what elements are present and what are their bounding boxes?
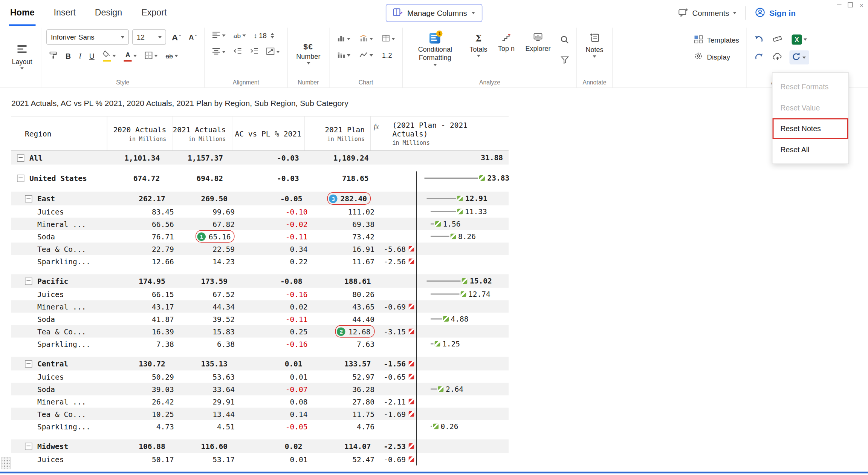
cell-c2021[interactable]: 67.52 — [180, 288, 240, 300]
cell-c2021[interactable]: 39.52 — [180, 313, 240, 325]
search-button[interactable] — [558, 34, 572, 48]
decrease-font-button[interactable]: Aˇ — [186, 31, 199, 43]
cell-acpl[interactable]: -0.16 — [240, 288, 313, 300]
cell-region[interactable]: Mineral ... — [11, 395, 114, 408]
cell-plan[interactable]: 718.65 — [305, 172, 374, 185]
cell-variance[interactable]: 12.91 — [376, 192, 509, 205]
decimal-places-button[interactable]: 1.2 — [380, 50, 397, 61]
column-header-ac-vs-pl[interactable]: AC vs PL % 2021 — [232, 116, 305, 150]
format-painter-button[interactable] — [46, 49, 60, 63]
cell-region[interactable]: Soda — [11, 230, 114, 243]
cell-plan[interactable]: 133.57 — [308, 357, 377, 371]
column-header-region[interactable]: Region — [11, 116, 107, 150]
cell-region[interactable]: Sparkling... — [11, 255, 114, 268]
cell-acpl[interactable]: -0.05 — [233, 192, 308, 205]
cell-c2021[interactable]: 67.82 — [180, 218, 240, 230]
cell-plan[interactable]: 7.63 — [313, 338, 380, 350]
drag-handle[interactable] — [1, 457, 11, 469]
table-row[interactable]: Central130.72135.130.01133.57-1.56 — [11, 357, 509, 371]
cell-plan[interactable]: 3282.40 — [308, 192, 377, 205]
table-row[interactable]: Juices50.1753.170.0152.47-0.69 — [11, 453, 509, 466]
notes-button[interactable]: Notes — [582, 29, 607, 59]
cell-c2020[interactable]: 262.17 — [104, 192, 171, 205]
sparkline-button[interactable] — [357, 49, 375, 61]
cell-region[interactable]: Juices — [11, 453, 114, 466]
cell-c2021[interactable]: 13.44 — [180, 408, 240, 420]
cell-acpl[interactable]: 0.14 — [240, 408, 313, 420]
top-n-button[interactable]: Top n — [495, 32, 518, 54]
cell-c2020[interactable]: 26.42 — [114, 395, 180, 408]
cell-c2020[interactable]: 1,101.34 — [97, 151, 165, 165]
cell-region[interactable]: Mineral ... — [11, 218, 114, 230]
cell-c2020[interactable]: 4.73 — [114, 420, 180, 433]
table-row[interactable]: Midwest106.88116.600.02114.07-2.53 — [11, 440, 509, 453]
cell-c2021[interactable]: 116.60 — [171, 440, 233, 453]
cell-variance[interactable]: 23.83 — [374, 172, 509, 185]
cell-variance[interactable]: 2.64 — [380, 383, 509, 395]
collapse-icon[interactable] — [25, 443, 32, 450]
cell-acpl[interactable]: -0.03 — [229, 172, 305, 185]
table-row[interactable]: Soda76.71165.16-0.1173.428.26 — [11, 230, 509, 243]
cell-variance[interactable]: 15.02 — [376, 274, 509, 288]
conditional-formatting-button[interactable]: 1 Conditional Formatting — [408, 32, 462, 67]
filter-button[interactable] — [558, 54, 572, 67]
cell-c2021[interactable]: 14.23 — [180, 255, 240, 268]
cell-c2020[interactable]: 39.03 — [114, 383, 180, 395]
collapse-icon[interactable] — [17, 154, 24, 162]
cell-region[interactable]: East — [11, 192, 104, 205]
cell-acpl[interactable]: 0.34 — [240, 243, 313, 255]
ruler-button[interactable] — [770, 34, 785, 46]
cell-c2021[interactable]: 44.34 — [180, 300, 240, 313]
cell-c2020[interactable]: 10.25 — [114, 408, 180, 420]
cell-c2021[interactable]: 135.13 — [171, 357, 233, 371]
templates-button[interactable]: Templates — [692, 34, 741, 46]
cell-plan[interactable]: 111.02 — [313, 205, 380, 218]
window-maximize-icon[interactable] — [847, 2, 854, 8]
cell-c2021[interactable]: 1,157.37 — [165, 151, 229, 165]
underline-button[interactable]: U — [87, 50, 97, 62]
cell-variance[interactable]: -1.69 — [380, 408, 509, 420]
bar-chart-button[interactable] — [335, 33, 353, 45]
layout-button[interactable]: Layout — [9, 29, 36, 84]
cell-plan[interactable]: 4.76 — [313, 420, 380, 433]
cell-variance[interactable]: -1.56 — [376, 357, 509, 371]
annotation-badge[interactable]: 1 — [197, 232, 206, 241]
text-orientation-button[interactable] — [264, 46, 282, 58]
cell-c2021[interactable]: 99.69 — [180, 205, 240, 218]
sign-in-button[interactable]: Sign in — [755, 7, 796, 19]
column-header-2020-actuals[interactable]: 2020 Actualsin Millions — [107, 116, 173, 150]
cell-c2020[interactable]: 130.72 — [104, 357, 171, 371]
cell-c2020[interactable]: 66.15 — [114, 288, 180, 300]
cell-region[interactable]: Soda — [11, 313, 114, 325]
cell-variance[interactable]: -2.56 — [380, 255, 509, 268]
cell-c2021[interactable]: 173.59 — [171, 274, 233, 288]
cell-c2021[interactable]: 15.83 — [180, 325, 240, 338]
cell-acpl[interactable]: -0.05 — [240, 420, 313, 433]
table-row[interactable]: Tea & Co...16.3915.830.25212.68-3.15 — [11, 325, 509, 338]
cell-variance[interactable]: 11.33 — [380, 205, 509, 218]
cell-region[interactable]: Juices — [11, 288, 114, 300]
cell-plan[interactable]: 52.47 — [313, 453, 380, 466]
cell-acpl[interactable]: -0.10 — [240, 205, 313, 218]
collapse-icon[interactable] — [25, 360, 32, 368]
cell-c2021[interactable]: 6.38 — [180, 338, 240, 350]
table-row[interactable]: Pacific174.95173.59-0.08188.6115.02 — [11, 274, 509, 288]
collapse-icon[interactable] — [25, 195, 32, 202]
cell-c2020[interactable]: 83.45 — [114, 205, 180, 218]
font-color-button[interactable]: A — [122, 49, 139, 63]
table-row[interactable]: Tea & Co...10.2513.440.1411.75-1.69 — [11, 408, 509, 420]
cell-acpl[interactable]: 0.02 — [240, 300, 313, 313]
cell-acpl[interactable]: 0.01 — [233, 357, 308, 371]
cell-plan[interactable]: 27.80 — [313, 395, 380, 408]
cell-variance[interactable]: -3.15 — [380, 325, 509, 338]
cell-plan[interactable]: 52.97 — [313, 371, 380, 383]
table-row[interactable]: Soda41.8739.52-0.1144.404.88 — [11, 313, 509, 325]
font-size-select[interactable]: 12 — [132, 29, 166, 45]
undo-button[interactable] — [752, 33, 766, 46]
table-row[interactable]: Sparkling...4.734.51-0.054.760.26 — [11, 420, 509, 433]
cell-variance[interactable]: 1.25 — [380, 338, 509, 350]
cell-region[interactable]: United States — [11, 172, 97, 185]
cell-c2020[interactable]: 50.17 — [114, 453, 180, 466]
cell-plan[interactable]: 80.26 — [313, 288, 380, 300]
cell-acpl[interactable]: 0.01 — [240, 371, 313, 383]
